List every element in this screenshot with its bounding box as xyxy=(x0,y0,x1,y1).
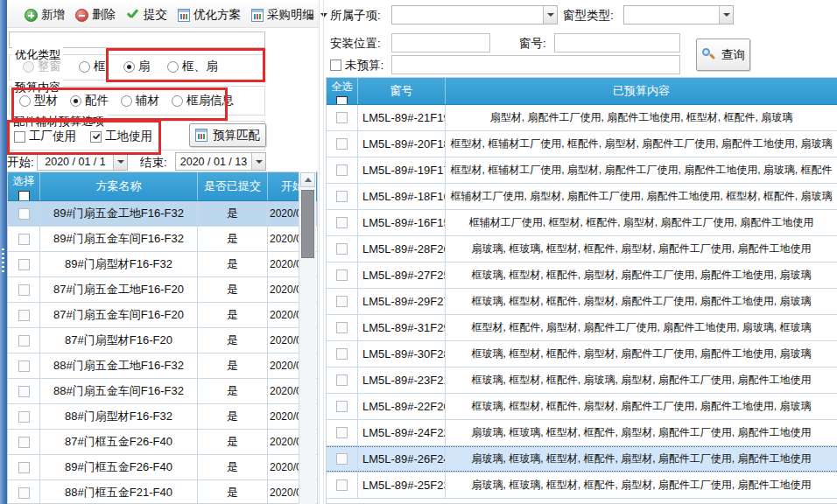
row-checkbox[interactable] xyxy=(18,411,30,423)
row-checkbox[interactable] xyxy=(336,138,348,150)
window-table-row[interactable]: LM5L-89#-18F16框辅材工厂使用, 扇型材, 扇配件工厂使用, 扇配件… xyxy=(327,184,837,210)
window-table-row[interactable]: LM5L-89#-26F24扇玻璃, 框玻璃, 框型材, 框配件, 扇型材, 扇… xyxy=(327,446,837,472)
window-table-row[interactable]: LM5L-89#-19F17框型材, 框辅材工厂使用, 扇型材, 扇配件工厂使用… xyxy=(327,158,837,184)
row-checkbox[interactable] xyxy=(18,360,30,372)
row-checkbox[interactable] xyxy=(336,401,348,412)
row-checkbox[interactable] xyxy=(18,386,30,397)
row-checkbox[interactable] xyxy=(336,270,348,281)
row-checkbox[interactable] xyxy=(336,164,348,176)
row-checkbox[interactable] xyxy=(336,480,348,491)
plan-name-cell[interactable]: 89#门扇五金车间F16-F32 xyxy=(40,227,198,251)
window-table-row[interactable]: LM5L-89#-31F29框型材, 框配件, 扇型材, 扇配件工厂使用, 扇配… xyxy=(327,315,837,341)
plan-table-row[interactable]: 88#门扇型材F16-F32是2020/0 xyxy=(8,404,317,430)
row-checkbox[interactable] xyxy=(18,437,30,448)
plan-table-row[interactable]: 88#门框五金F21-F40是2020/0 xyxy=(8,480,317,504)
radio-icon[interactable] xyxy=(172,95,183,107)
row-checkbox[interactable] xyxy=(18,310,30,321)
row-checkbox[interactable] xyxy=(18,208,30,220)
plan-table-row[interactable]: 87#门框五金F26-F40是2020/0 xyxy=(8,430,317,455)
toolbar-overflow-button[interactable] xyxy=(304,8,317,26)
row-checkbox[interactable] xyxy=(336,112,348,123)
sub-item-caret-icon[interactable] xyxy=(543,6,557,24)
window-table-row[interactable]: LM5L-89#-21F19扇型材, 扇配件工厂使用, 扇配件工地使用, 框型材… xyxy=(327,105,837,131)
optimize-type-radio-框[interactable]: 框 xyxy=(79,59,106,74)
window-no-cell[interactable]: LM5L-89#-27F25 xyxy=(358,262,446,288)
window-no-cell[interactable]: LM5L-89#-24F22 xyxy=(358,420,446,445)
sub-item-select[interactable] xyxy=(391,5,558,24)
window-type-select[interactable] xyxy=(623,5,734,24)
end-date-caret-icon[interactable] xyxy=(251,153,265,170)
budget-content-radio-配件[interactable]: 配件 xyxy=(70,93,109,108)
checkbox-icon[interactable] xyxy=(90,131,102,143)
window-no-cell[interactable]: LM5L-89#-29F27 xyxy=(358,289,446,314)
row-checkbox[interactable] xyxy=(336,348,348,360)
plan-name-cell[interactable]: 88#门扇型材F16-F32 xyxy=(40,404,198,429)
row-checkbox[interactable] xyxy=(336,191,348,202)
row-checkbox[interactable] xyxy=(336,453,348,465)
chevron-down-icon[interactable] xyxy=(320,13,327,18)
add-button[interactable]: 新增 xyxy=(19,4,70,26)
query-button[interactable]: 查询 xyxy=(696,38,750,71)
window-no-cell[interactable]: LM5L-89#-22F20 xyxy=(358,394,446,419)
window-no-cell[interactable]: LM5L-89#-30F28 xyxy=(358,341,446,367)
window-table-row[interactable]: LM5L-89#-22F20框玻璃, 框型材, 框配件, 扇型材, 扇配件工厂使… xyxy=(327,394,837,420)
plan-table-row[interactable]: 87#门扇五金车间F16-F20是2020/0 xyxy=(8,303,317,328)
row-checkbox[interactable] xyxy=(18,335,30,346)
plan-name-cell[interactable]: 87#门扇五金工地F16-F20 xyxy=(40,277,198,302)
plan-name-cell[interactable]: 89#门扇型材F16-F32 xyxy=(40,252,198,276)
no-budget-input[interactable] xyxy=(391,55,680,74)
row-checkbox[interactable] xyxy=(336,217,348,228)
window-no-cell[interactable]: LM5L-89#-19F17 xyxy=(358,158,446,183)
submit-button[interactable]: 提交 xyxy=(121,4,172,26)
plan-name-cell[interactable]: 89#门扇五金工地F16-F32 xyxy=(40,201,198,226)
plan-table-row[interactable]: 87#门扇型材F16-F20是2020/0 xyxy=(8,328,317,354)
window-table-row[interactable]: LM5L-89#-16F15框辅材工厂使用, 框型材, 框配件, 扇型材, 扇配… xyxy=(327,210,837,236)
plan-name-cell[interactable]: 87#门框五金F26-F40 xyxy=(40,430,198,454)
start-date-picker[interactable]: 2020 / 01 / 1 xyxy=(37,152,128,171)
window-no-cell[interactable]: LM5L-89#-28F26 xyxy=(358,236,446,262)
window-table-row[interactable]: LM5L-89#-23F21框玻璃, 框型材, 框配件, 扇玻璃, 扇型材, 扇… xyxy=(327,368,837,394)
optimize-type-radio-扇[interactable]: 扇 xyxy=(123,59,151,74)
row-checkbox[interactable] xyxy=(336,322,348,333)
start-date-caret-icon[interactable] xyxy=(113,153,127,170)
window-table-row[interactable]: LM5L-89#-20F18框型材, 框辅材工厂使用, 框配件, 扇型材, 扇配… xyxy=(327,131,837,158)
window-table-row[interactable]: LM5L-89#-25F23扇玻璃, 框玻璃, 框型材, 框配件, 扇型材, 扇… xyxy=(327,472,837,499)
row-checkbox[interactable] xyxy=(18,284,30,296)
optimize-type-radio-框、扇[interactable]: 框、扇 xyxy=(167,59,218,74)
no-budget-checkbox[interactable] xyxy=(330,60,341,71)
delete-button[interactable]: 删除 xyxy=(70,4,121,26)
plan-table-row[interactable]: 88#门扇五金工地F16-F32是2020/0 xyxy=(8,354,317,379)
dock-strip[interactable] xyxy=(0,0,7,504)
plan-table-row[interactable]: 89#门扇五金车间F16-F32是2020/0 xyxy=(8,227,317,252)
panel-splitter[interactable] xyxy=(319,0,320,504)
row-checkbox[interactable] xyxy=(336,296,348,307)
radio-icon[interactable] xyxy=(79,61,90,73)
budget-content-header[interactable]: 已预算内容 xyxy=(446,78,837,104)
radio-icon[interactable] xyxy=(19,95,31,107)
window-no-cell[interactable]: LM5L-89#-23F21 xyxy=(358,368,446,393)
budget-content-radio-型材[interactable]: 型材 xyxy=(19,93,58,108)
optimize-plan-button[interactable]: 优化方案 xyxy=(172,4,246,26)
window-no-cell[interactable]: LM5L-89#-25F23 xyxy=(358,472,446,498)
checkbox-工地使用[interactable]: 工地使用 xyxy=(90,129,152,144)
plan-table-row[interactable]: 89#门扇五金工地F16-F32是2020/0 xyxy=(8,201,317,227)
budget-content-radio-框扇信息[interactable]: 框扇信息 xyxy=(172,93,234,108)
row-checkbox[interactable] xyxy=(336,243,348,255)
plan-name-cell[interactable]: 87#门扇型材F16-F20 xyxy=(40,328,198,353)
row-checkbox[interactable] xyxy=(18,462,30,473)
window-no-input[interactable] xyxy=(554,33,680,52)
plan-table-scrollbar[interactable] xyxy=(299,172,316,504)
plan-select-all-checkbox[interactable] xyxy=(18,191,30,200)
window-no-cell[interactable]: LM5L-89#-16F15 xyxy=(358,210,446,235)
plan-name-header[interactable]: 方案名称 xyxy=(40,172,198,200)
window-no-cell[interactable]: LM5L-89#-26F24 xyxy=(358,446,446,472)
window-no-cell[interactable]: LM5L-89#-31F29 xyxy=(358,315,446,340)
window-table-row[interactable]: LM5L-89#-27F25框玻璃, 框型材, 框配件, 扇型材, 扇配件工厂使… xyxy=(327,262,837,289)
radio-icon[interactable] xyxy=(167,61,179,73)
checkbox-工厂使用[interactable]: 工厂使用 xyxy=(14,129,76,144)
plan-name-cell[interactable]: 87#门扇五金车间F16-F20 xyxy=(40,303,198,327)
plan-table-row[interactable]: 88#门扇五金车间F16-F32是2020/0 xyxy=(8,379,317,404)
window-select-all-checkbox[interactable] xyxy=(336,96,348,104)
plan-submitted-header[interactable]: 是否已提交 xyxy=(198,172,268,200)
plan-name-cell[interactable]: 88#门框五金F21-F40 xyxy=(40,480,198,504)
